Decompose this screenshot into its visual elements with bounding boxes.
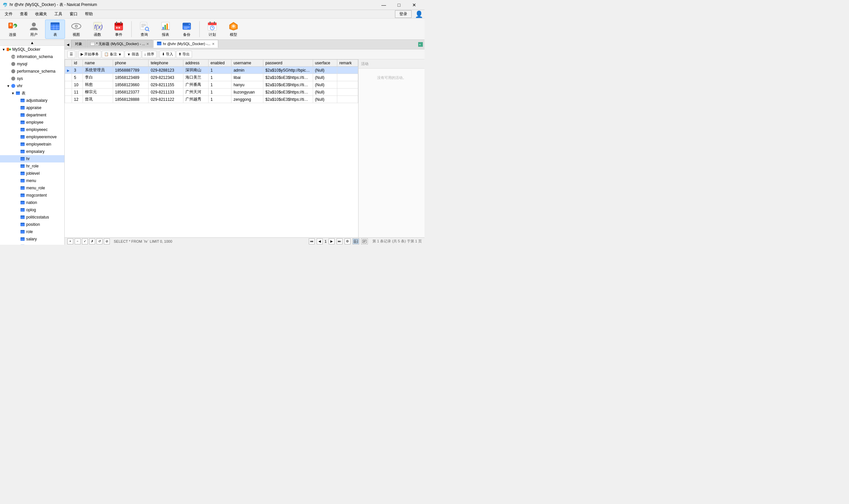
tool-model[interactable]: 模型 [223, 20, 243, 39]
tool-function[interactable]: f(x) 函数 [88, 20, 107, 39]
cell-name[interactable]: 柳宗元 [83, 89, 113, 96]
cell-username[interactable]: zenggong [232, 96, 263, 103]
tree-table-role[interactable]: role [0, 228, 64, 235]
menu-toggle-btn[interactable]: ☰ [67, 51, 75, 58]
cell-password[interactable]: $2a$10$oE3$https://timgs... [263, 96, 313, 103]
filter-btn[interactable]: ▼ 筛选 [125, 51, 141, 58]
tree-table-menu[interactable]: menu [0, 177, 64, 184]
cell-remark[interactable] [337, 67, 358, 74]
last-page-btn[interactable]: ⏭ [337, 238, 343, 245]
user-avatar-icon[interactable]: 👤 [415, 10, 423, 18]
tree-table-hr-role[interactable]: hr_role [0, 162, 64, 170]
cell-remark[interactable] [337, 96, 358, 103]
cell-name[interactable]: 系统管理员 [83, 67, 113, 74]
cell-id[interactable]: 12 [72, 96, 83, 103]
cell-name[interactable]: 李白 [83, 74, 113, 81]
cell-telephone[interactable]: 029-8211133 [149, 89, 183, 96]
cell-address[interactable]: 海口美兰 [183, 74, 208, 81]
tree-schema-performance[interactable]: performance_schema [0, 68, 64, 75]
tree-table-salary[interactable]: salary [0, 235, 64, 243]
menu-tools[interactable]: 工具 [51, 10, 66, 18]
cell-address[interactable]: 广州越秀 [183, 96, 208, 103]
stop-btn[interactable]: ⊘ [104, 238, 110, 245]
cell-telephone[interactable]: 029-8211155 [149, 81, 183, 89]
cell-userface[interactable]: (Null) [313, 96, 337, 103]
refresh-btn[interactable]: ↺ [96, 238, 103, 245]
tree-table-employee[interactable]: employee [0, 119, 64, 126]
tool-query[interactable]: 查询 [134, 20, 154, 39]
cell-enabled[interactable]: 1 [208, 89, 231, 96]
cell-enabled[interactable]: 1 [208, 74, 231, 81]
cell-username[interactable]: liuzongyuan [232, 89, 263, 96]
cell-telephone[interactable]: 029-8212343 [149, 74, 183, 81]
settings-btn[interactable]: ⚙ [345, 238, 350, 245]
cell-password[interactable]: $2a$10$ySGhttp://bpic.5... [263, 67, 313, 74]
menu-file[interactable]: 文件 [1, 10, 16, 18]
col-address[interactable]: address [183, 60, 208, 67]
cell-id[interactable]: 5 [72, 74, 83, 81]
tab-object[interactable]: 对象 [71, 40, 86, 48]
table-row[interactable]: 11 柳宗元 18568123377 029-8211133 广州天河 1 li… [65, 89, 358, 96]
export-btn[interactable]: ⬆ 导出 [176, 51, 192, 58]
col-telephone[interactable]: telephone [149, 60, 183, 67]
tree-connection-mysql-docker[interactable]: ▼ MySQL_Docker [0, 46, 64, 53]
tool-schedule[interactable]: 计划 [202, 20, 222, 39]
cell-enabled[interactable]: 1 [208, 96, 231, 103]
cell-remark[interactable] [337, 74, 358, 81]
cell-password[interactable]: $2a$10$oE3$https://timgs... [263, 74, 313, 81]
add-record-btn[interactable]: + [67, 238, 73, 245]
tree-table-politicsstatus[interactable]: politicsstatus [0, 214, 64, 221]
minimize-button[interactable]: ― [376, 0, 391, 10]
table-row[interactable]: ▶ 3 系统管理员 18568887789 029-8288123 深圳南山 1… [65, 67, 358, 74]
tab-untitled[interactable]: * 无标题 (MySQL_Docker) - ... ✕ [87, 40, 152, 48]
tree-table-hr[interactable]: hr [0, 155, 64, 162]
cell-phone[interactable]: 18568123660 [113, 81, 149, 89]
tab-untitled-close[interactable]: ✕ [146, 42, 149, 46]
cell-phone[interactable]: 18568887789 [113, 67, 149, 74]
cell-username[interactable]: admin [232, 67, 263, 74]
tree-table-oplog[interactable]: oplog [0, 206, 64, 214]
cell-address[interactable]: 深圳南山 [183, 67, 208, 74]
tree-table-nation[interactable]: nation [0, 199, 64, 206]
maximize-button[interactable]: □ [391, 0, 407, 10]
cell-username[interactable]: hanyu [232, 81, 263, 89]
cell-id[interactable]: 11 [72, 89, 83, 96]
tab-action-btn[interactable]: + [417, 40, 424, 49]
tool-table[interactable]: 表 [45, 20, 65, 39]
cell-phone[interactable]: 18568123489 [113, 74, 149, 81]
cell-telephone[interactable]: 029-8288123 [149, 67, 183, 74]
menu-view[interactable]: 查看 [17, 10, 31, 18]
close-button[interactable]: ✕ [407, 0, 422, 10]
tool-connect[interactable]: ▶ 连接 [3, 20, 22, 39]
tree-table-position[interactable]: position [0, 221, 64, 228]
cell-password[interactable]: $2a$10$oE3$https://timgs... [263, 81, 313, 89]
tool-report[interactable]: 报表 [156, 20, 176, 39]
comment-btn[interactable]: 📋 备注 ▼ [102, 51, 124, 58]
tree-schema-mysql[interactable]: mysql [0, 60, 64, 68]
col-username[interactable]: username [232, 60, 263, 67]
cell-name[interactable]: 韩愈 [83, 81, 113, 89]
cell-phone[interactable]: 18568123377 [113, 89, 149, 96]
login-button[interactable]: 登录 [395, 10, 412, 18]
cell-address[interactable]: 广州天河 [183, 89, 208, 96]
tree-table-employeeec[interactable]: employeeec [0, 126, 64, 133]
table-row[interactable]: 12 曾巩 18568128888 029-8211122 广州越秀 1 zen… [65, 96, 358, 103]
tree-table-empsalary[interactable]: empsalary [0, 148, 64, 155]
import-btn[interactable]: ⬇ 导入 [160, 51, 176, 58]
cell-address[interactable]: 广州番禺 [183, 81, 208, 89]
menu-favorites[interactable]: 收藏夹 [32, 10, 50, 18]
cell-enabled[interactable]: 1 [208, 81, 231, 89]
cell-userface[interactable]: (Null) [313, 74, 337, 81]
tree-table-adjustsalary[interactable]: adjustsalary [0, 97, 64, 104]
cell-password[interactable]: $2a$10$oE3$https://timgs... [263, 89, 313, 96]
col-remark[interactable]: remark [337, 60, 358, 67]
cancel-edit-btn[interactable]: ✗ [89, 238, 95, 245]
tree-table-employeetrain[interactable]: employeetrain [0, 141, 64, 148]
cell-name[interactable]: 曾巩 [83, 96, 113, 103]
col-phone[interactable]: phone [113, 60, 149, 67]
cell-enabled[interactable]: 1 [208, 67, 231, 74]
cell-telephone[interactable]: 029-8211122 [149, 96, 183, 103]
titlebar-controls[interactable]: ― □ ✕ [376, 0, 422, 10]
tool-user[interactable]: 用户 [24, 20, 44, 39]
begin-transaction-btn[interactable]: ▶ 开始事务 [78, 51, 101, 58]
